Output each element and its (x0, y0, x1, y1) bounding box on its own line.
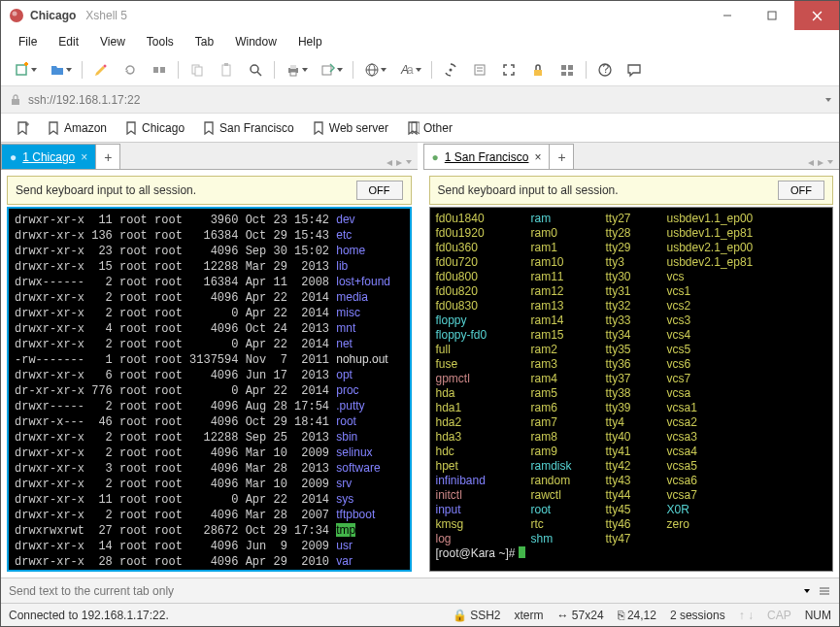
svg-point-0 (10, 9, 23, 22)
title-bar: Chicago Xshell 5 (1, 1, 839, 30)
app-icon (9, 8, 24, 23)
spin-button[interactable] (437, 57, 464, 82)
tab-prev-icon[interactable]: ◂ (808, 155, 814, 169)
tab-nav: ◂ ▸ (802, 155, 839, 169)
svg-rect-11 (160, 67, 165, 73)
minimize-button[interactable] (705, 1, 750, 30)
svg-rect-33 (568, 65, 573, 70)
pane-san-francisco: ● 1 San Francisco × + ◂ ▸ Send keyboard … (423, 143, 840, 578)
tab-add-button[interactable]: + (549, 144, 574, 169)
paste-button[interactable] (213, 57, 240, 82)
address-bar: ssh://192.168.1.17:22 (1, 86, 839, 114)
highlight-button[interactable] (87, 57, 115, 82)
broadcast-off-button[interactable]: OFF (356, 181, 403, 200)
window-subtitle: Xshell 5 (85, 9, 127, 22)
status-ssh: 🔒 SSH2 (453, 609, 501, 622)
menu-tools[interactable]: Tools (137, 32, 184, 51)
status-bar: Connected to 192.168.1.17:22. 🔒 SSH2 xte… (1, 603, 839, 626)
tab-next-icon[interactable]: ▸ (818, 155, 823, 169)
bookmark-other[interactable]: Other (399, 118, 459, 138)
svg-line-17 (257, 72, 261, 76)
tab-chicago[interactable]: ● 1 Chicago × (1, 144, 96, 169)
bookmark-web-server[interactable]: Web server (305, 118, 395, 138)
status-size: ↔ 57x24 (557, 609, 604, 622)
tab-nav: ◂ ▸ (381, 155, 418, 169)
status-pos: ⎘ 24,12 (618, 609, 656, 622)
menu-file[interactable]: File (9, 32, 47, 51)
disconnect-button[interactable] (146, 57, 173, 82)
close-button[interactable] (794, 1, 839, 30)
menu-edit[interactable]: Edit (49, 32, 88, 51)
svg-rect-19 (290, 65, 296, 69)
bookmark-chicago[interactable]: Chicago (118, 118, 191, 138)
menu-help[interactable]: Help (288, 32, 332, 51)
svg-rect-15 (224, 63, 228, 66)
translate-button[interactable] (358, 57, 391, 82)
send-bar (1, 578, 839, 603)
status-num: NUM (805, 609, 831, 622)
copy-button[interactable] (184, 57, 211, 82)
broadcast-banner: Send keyboard input to all session. OFF (7, 176, 412, 205)
lock-icon (9, 93, 22, 107)
svg-text:a: a (407, 63, 414, 77)
sessions-button[interactable] (554, 57, 581, 82)
find-button[interactable] (242, 57, 269, 82)
svg-text:?: ? (603, 62, 610, 76)
status-cap: CAP (767, 609, 791, 622)
menu-view[interactable]: View (90, 32, 135, 51)
help-button[interactable]: ? (591, 57, 619, 82)
svg-point-1 (13, 12, 17, 16)
tab-label: 1 Chicago (22, 150, 75, 164)
window-title: Chicago (30, 9, 76, 22)
send-mode-dropdown[interactable] (804, 589, 810, 593)
lock-button[interactable] (524, 57, 552, 82)
compose-button[interactable] (466, 57, 493, 82)
menu-tab[interactable]: Tab (185, 32, 223, 51)
svg-point-27 (450, 68, 453, 71)
tab-strip-right: ● 1 San Francisco × + ◂ ▸ (423, 143, 840, 170)
status-connection: Connected to 192.168.1.17:22. (9, 609, 169, 622)
chat-button[interactable] (621, 57, 648, 82)
terminal-san-francisco[interactable]: fd0u1840fd0u1920fd0u360fd0u720fd0u800fd0… (429, 207, 834, 572)
tab-menu-icon[interactable] (406, 160, 412, 164)
menu-window[interactable]: Window (225, 32, 286, 51)
file-transfer-button[interactable] (315, 57, 348, 82)
svg-rect-32 (561, 65, 566, 70)
tab-close-icon[interactable]: × (81, 150, 87, 164)
svg-rect-21 (322, 66, 331, 75)
menu-bar: File Edit View Tools Tab Window Help (1, 30, 839, 53)
tab-prev-icon[interactable]: ◂ (386, 155, 392, 169)
tab-san-francisco[interactable]: ● 1 San Francisco × (423, 144, 551, 169)
tab-strip-left: ● 1 Chicago × + ◂ ▸ (1, 143, 418, 170)
maximize-button[interactable] (750, 1, 794, 30)
tab-next-icon[interactable]: ▸ (396, 155, 402, 169)
bookmarks-bar: Amazon Chicago San Francisco Web server … (1, 114, 839, 143)
font-button[interactable]: Aa (393, 57, 426, 82)
address-dropdown[interactable] (825, 98, 831, 102)
address-text[interactable]: ssh://192.168.1.17:22 (28, 93, 820, 107)
status-term: xterm (515, 609, 544, 622)
tab-close-icon[interactable]: × (534, 150, 541, 164)
send-menu-icon[interactable] (818, 584, 831, 598)
bookmark-san-francisco[interactable]: San Francisco (195, 118, 301, 138)
svg-rect-38 (12, 99, 19, 105)
banner-text: Send keyboard input to all session. (16, 183, 349, 197)
tab-add-button[interactable]: + (95, 144, 120, 169)
new-session-button[interactable] (9, 57, 42, 82)
fullscreen-button[interactable] (495, 57, 522, 82)
svg-point-9 (104, 64, 107, 67)
tab-menu-icon[interactable] (827, 160, 833, 164)
pane-chicago: ● 1 Chicago × + ◂ ▸ Send keyboard input … (1, 143, 418, 578)
bookmark-amazon[interactable]: Amazon (40, 118, 114, 138)
terminal-chicago[interactable]: drwxr-xr-x 11 root root 3960 Oct 23 15:4… (7, 207, 412, 572)
add-bookmark-button[interactable] (9, 118, 36, 138)
banner-text: Send keyboard input to all session. (438, 183, 771, 197)
svg-rect-14 (222, 65, 230, 76)
svg-rect-13 (195, 67, 202, 76)
send-input[interactable] (9, 584, 796, 598)
print-button[interactable] (280, 57, 313, 82)
broadcast-off-button[interactable]: OFF (778, 181, 824, 200)
svg-rect-35 (568, 72, 573, 76)
open-session-button[interactable] (44, 57, 77, 82)
reconnect-button[interactable] (117, 57, 144, 82)
